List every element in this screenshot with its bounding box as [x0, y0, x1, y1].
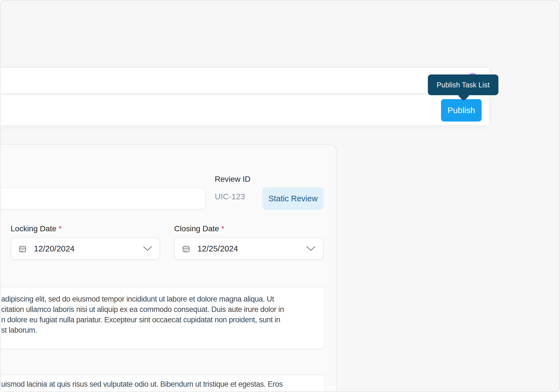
chevron-down-icon — [143, 246, 152, 251]
publish-button-label: Publish — [447, 106, 475, 115]
closing-date-value: 12/25/2024 — [197, 244, 238, 253]
required-asterisk: * — [59, 224, 62, 233]
calendar-icon — [182, 245, 190, 253]
description-textarea[interactable]: adipiscing elit, sed do eiusmod tempor i… — [0, 287, 325, 349]
required-asterisk: * — [221, 224, 224, 233]
notes-line: s in. Amet mattis vulputate enim nulla. … — [1, 389, 324, 392]
description-line: st laborum. — [1, 325, 324, 335]
notes-line: uismod lacinia at quis risus sed vulputa… — [1, 379, 324, 389]
description-line: n dolore eu fugiat nulla pariatur. Excep… — [1, 315, 324, 325]
description-line: adipiscing elit, sed do eiusmod tempor i… — [1, 294, 324, 304]
review-name-input[interactable] — [0, 188, 206, 209]
status-badge-label: Static Review — [269, 194, 318, 203]
header-top-row — [1, 68, 489, 94]
header-toolbar-row — [1, 95, 489, 125]
publish-button[interactable]: Publish — [441, 99, 482, 122]
closing-date-field[interactable]: 12/25/2024 — [174, 237, 323, 260]
app-screen: Publish Task List Publish Review ID UIC-… — [0, 0, 560, 392]
locking-date-label: Locking Date* — [11, 224, 62, 233]
notes-textarea[interactable]: uismod lacinia at quis risus sed vulputa… — [0, 375, 325, 392]
chevron-down-icon — [306, 246, 316, 251]
publish-tooltip: Publish Task List — [428, 74, 498, 95]
publish-tooltip-label: Publish Task List — [437, 81, 489, 89]
review-id-label: Review ID — [215, 175, 251, 184]
calendar-icon — [18, 245, 27, 253]
closing-date-label: Closing Date* — [174, 224, 224, 233]
locking-date-field[interactable]: 12/20/2024 — [11, 237, 160, 260]
locking-date-value: 12/20/2024 — [34, 244, 74, 253]
description-line: citation ullamco laboris nisi ut aliquip… — [1, 304, 324, 315]
status-badge: Static Review — [262, 188, 324, 210]
review-id-value: UIC-123 — [215, 192, 245, 201]
review-form-card — [0, 144, 337, 392]
